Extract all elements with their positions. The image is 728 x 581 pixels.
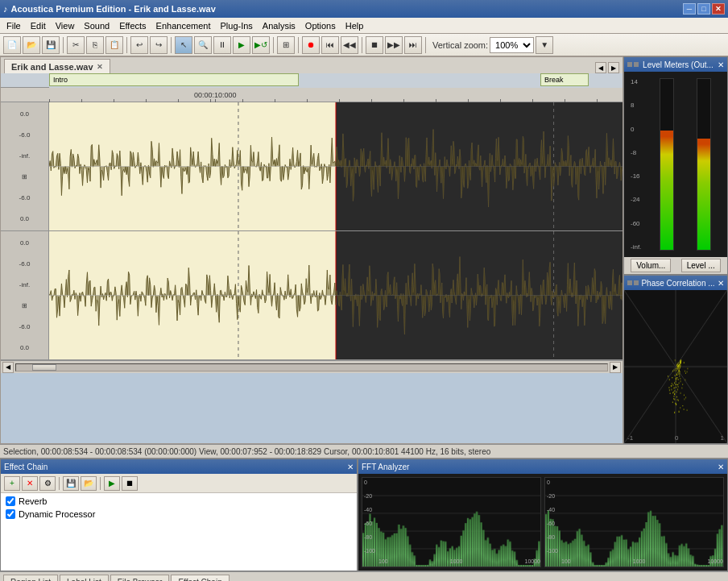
- track-2-icon1[interactable]: ⊞: [22, 302, 27, 309]
- scroll-right[interactable]: ▶: [610, 362, 621, 373]
- stop-button[interactable]: ⏹: [366, 36, 383, 54]
- tab-prev[interactable]: ◀: [595, 62, 606, 73]
- open-button[interactable]: 📂: [23, 36, 40, 54]
- zoom-select[interactable]: 100% 25% 50% 200%: [490, 37, 534, 53]
- effect-settings[interactable]: ⚙: [39, 476, 56, 491]
- track-1-canvas[interactable]: [49, 102, 623, 230]
- dynamic-checkbox[interactable]: [6, 509, 15, 519]
- fft-right-canvas: [545, 478, 723, 566]
- tab-next[interactable]: ▶: [608, 62, 619, 73]
- wave-tab[interactable]: Erik and Lasse.wav ✕: [4, 59, 110, 73]
- close-button[interactable]: ✕: [712, 3, 725, 15]
- menu-help[interactable]: Help: [341, 19, 369, 32]
- tab-label: Erik and Lasse.wav: [11, 62, 93, 72]
- effect-list: Reverb Dynamic Processor: [1, 493, 357, 571]
- level-dot-2[interactable]: [634, 62, 639, 67]
- effect-chain-close[interactable]: ✕: [347, 463, 354, 471]
- tab-region-list[interactable]: Region List: [3, 575, 58, 581]
- menu-file[interactable]: File: [2, 19, 26, 32]
- waveform-area[interactable]: Intro Break 00:00:10:000: [1, 73, 623, 443]
- effect-add[interactable]: +: [4, 476, 20, 491]
- forward-button[interactable]: ▶▶: [385, 36, 403, 54]
- tab-close-icon[interactable]: ✕: [97, 63, 103, 71]
- save-button[interactable]: 💾: [42, 36, 60, 54]
- redo-button[interactable]: ↪: [150, 36, 168, 54]
- effect-save[interactable]: 💾: [63, 476, 79, 491]
- track-2-canvas[interactable]: [49, 231, 623, 359]
- scroll-track[interactable]: [15, 363, 608, 371]
- scroll-thumb[interactable]: [32, 364, 56, 371]
- ruler: 00:00:10:000: [1, 88, 623, 102]
- fft-right: 0 -20 -40 -60 -80 -100 100 1000 10000: [544, 477, 724, 567]
- menu-enhancement[interactable]: Enhancement: [151, 19, 216, 32]
- zoom-dropdown[interactable]: ▼: [536, 36, 553, 54]
- scroll-left[interactable]: ◀: [2, 362, 14, 373]
- track-1-mid1: -6.0: [19, 131, 31, 139]
- track-1: 0.0 -6.0 -inf. ⊞ -6.0 0.0: [1, 102, 623, 231]
- sep1: [63, 37, 64, 53]
- effect-reverb[interactable]: Reverb: [2, 495, 355, 508]
- rewind-button[interactable]: ⏮: [321, 36, 339, 54]
- menu-analysis[interactable]: Analysis: [258, 19, 300, 32]
- grid-button[interactable]: ⊞: [277, 36, 295, 54]
- volum-button[interactable]: Volum...: [631, 259, 671, 272]
- titlebar-controls: ─ □ ✕: [683, 3, 725, 15]
- effect-remove[interactable]: ✕: [22, 476, 38, 491]
- fft-close[interactable]: ✕: [718, 463, 724, 471]
- fft-rx-10000: 10000: [708, 558, 723, 564]
- titlebar-left: ♪ Acoustica Premium Edition - Erik and L…: [3, 4, 216, 14]
- reverb-checkbox[interactable]: [6, 496, 15, 506]
- maximize-button[interactable]: □: [697, 3, 710, 15]
- fft-lx-10000: 10000: [525, 558, 540, 564]
- menu-sound[interactable]: Sound: [79, 19, 114, 32]
- track-1-bot: -6.0: [19, 194, 31, 201]
- back-button[interactable]: ◀◀: [341, 36, 358, 54]
- meter-left-fill: [660, 131, 673, 250]
- paste-button[interactable]: 📋: [105, 36, 123, 54]
- effect-chain-header: Effect Chain ✕: [1, 459, 357, 474]
- minimize-button[interactable]: ─: [683, 3, 696, 15]
- fft-panel: FFT Analyzer ✕ 0 -20 -40 -60 -80 -100 10…: [358, 459, 728, 571]
- effect-dynamic[interactable]: Dynamic Processor: [2, 508, 355, 521]
- phase-dot-2[interactable]: [634, 280, 639, 285]
- track-2-inf: -inf.: [19, 281, 30, 288]
- pause-button[interactable]: ⏸: [213, 36, 231, 54]
- track-1-icon1[interactable]: ⊞: [22, 173, 27, 181]
- level-button[interactable]: Level ...: [681, 259, 721, 272]
- effect-stop[interactable]: ⏹: [122, 476, 138, 491]
- level-meters-close[interactable]: ✕: [718, 60, 724, 69]
- tab-label-list[interactable]: Label List: [60, 575, 109, 581]
- track-2-mid1: -6.0: [19, 260, 31, 268]
- zoom-tool[interactable]: 🔍: [194, 36, 212, 54]
- tab-effect-chain[interactable]: Effect Chain: [171, 575, 229, 581]
- menu-options[interactable]: Options: [300, 19, 341, 32]
- level-meters-title: Level Meters (Out...: [643, 60, 714, 69]
- menu-effects[interactable]: Effects: [114, 19, 151, 32]
- fft-title: FFT Analyzer: [362, 463, 409, 471]
- menu-edit[interactable]: Edit: [26, 19, 51, 32]
- play-button[interactable]: ▶: [233, 36, 250, 54]
- tab-file-browser[interactable]: File Browser: [110, 575, 170, 581]
- waveform-canvas-2: [49, 231, 623, 359]
- phase-correlation-panel: Phase Correlation ... ✕ -1 0 1: [623, 275, 728, 444]
- phase-close[interactable]: ✕: [718, 279, 724, 288]
- menu-view[interactable]: View: [51, 19, 80, 32]
- record-button[interactable]: ⏺: [302, 36, 320, 54]
- play-loop-button[interactable]: ▶↺: [252, 36, 270, 54]
- effect-chain-title: Effect Chain: [4, 463, 48, 471]
- phase-dot-1[interactable]: [627, 280, 632, 285]
- undo-button[interactable]: ↩: [130, 36, 148, 54]
- cut-button[interactable]: ✂: [67, 36, 85, 54]
- level-dot-1[interactable]: [627, 62, 632, 67]
- end-button[interactable]: ⏭: [404, 36, 422, 54]
- fft-body: 0 -20 -40 -60 -80 -100 100 1000 10000 0: [358, 474, 727, 571]
- copy-button[interactable]: ⎘: [86, 36, 104, 54]
- meter-right: [687, 78, 721, 251]
- level-meters-body: 14 8 0 -8 -16 -24 -60 -inf.: [624, 72, 727, 257]
- new-button[interactable]: 📄: [3, 36, 21, 54]
- effect-play[interactable]: ▶: [104, 476, 120, 491]
- menu-plugins[interactable]: Plug-Ins: [216, 19, 258, 32]
- right-panels: Level Meters (Out... ✕ 14 8 0 -8 -16 -24…: [623, 56, 728, 444]
- effect-open[interactable]: 📂: [81, 476, 97, 491]
- select-tool[interactable]: ↖: [175, 36, 192, 54]
